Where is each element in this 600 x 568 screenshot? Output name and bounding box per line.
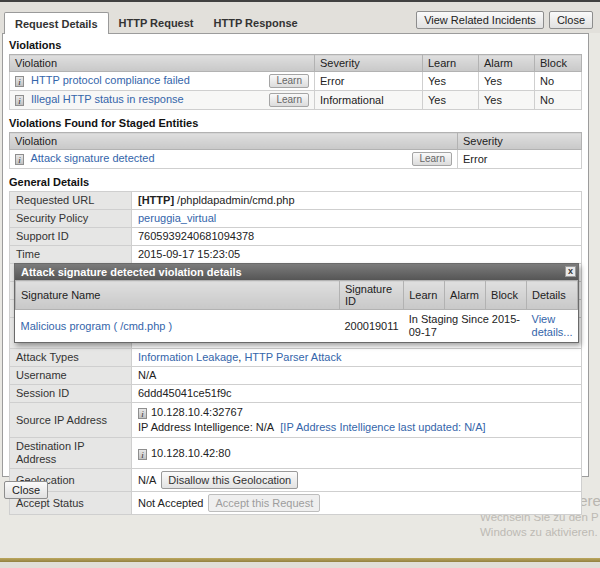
staged-violations-table: Violation Severity Learn i Attack signat… <box>9 132 582 169</box>
username-value: N/A <box>132 367 582 385</box>
col-signature-id: Signature ID <box>339 281 403 310</box>
col-alarm: Alarm <box>445 281 486 310</box>
tab-bar: Request Details HTTP Request HTTP Respon… <box>0 2 600 33</box>
header-close-button[interactable]: Close <box>549 11 593 29</box>
alarm-value: Yes <box>479 72 535 91</box>
info-icon[interactable]: i <box>15 95 24 106</box>
row-label: Security Policy <box>10 210 132 228</box>
table-row: Learn i Attack signature detected Error <box>10 150 582 169</box>
http-method: [HTTP] <box>138 194 174 206</box>
info-icon[interactable]: i <box>138 408 147 419</box>
source-ip-value: 10.128.10.4:32767 <box>151 406 243 418</box>
row-label: Destination IP Address <box>10 438 132 469</box>
popup-title: Attack signature detected violation deta… <box>21 266 242 278</box>
view-details-link[interactable]: View details... <box>532 313 573 338</box>
signature-id-value: 200019011 <box>339 310 403 343</box>
accept-request-button[interactable]: Accept this Request <box>208 494 320 512</box>
col-violation: Violation <box>10 133 458 150</box>
table-row: Geolocation N/ADisallow this Geolocation <box>10 469 582 492</box>
violation-link[interactable]: Attack signature detected <box>30 152 154 164</box>
accept-status-value: Not Accepted <box>138 497 203 509</box>
info-icon[interactable]: i <box>15 154 24 165</box>
learn-button[interactable]: Learn <box>269 93 309 107</box>
learn-value: Yes <box>423 72 479 91</box>
col-learn: Learn <box>404 281 445 310</box>
row-label: Source IP Address <box>10 403 132 438</box>
requested-url-value: /phpldapadmin/cmd.php <box>177 194 294 206</box>
learn-value: Yes <box>423 91 479 110</box>
severity-value: Error <box>315 72 423 91</box>
table-row: Destination IP Address i10.128.10.42:80 <box>10 438 582 469</box>
severity-value: Informational <box>315 91 423 110</box>
watermark-line: Windows zu aktivieren. <box>480 525 600 540</box>
table-row: Learn i Illegal HTTP status in response … <box>10 91 582 110</box>
staging-status-value: In Staging Since 2015-09-17 <box>404 310 527 343</box>
support-id-value: 7605939240681094378 <box>132 228 582 246</box>
geolocation-value: N/A <box>138 474 156 486</box>
info-icon[interactable]: i <box>15 76 24 87</box>
table-row: Time 2015-09-17 15:23:05 <box>10 246 582 264</box>
popup-signature-table: Signature Name Signature ID Learn Alarm … <box>15 280 578 342</box>
destination-ip-value: 10.128.10.42:80 <box>151 447 231 459</box>
col-violation: Violation <box>10 55 315 72</box>
footer-close-button[interactable]: Close <box>4 481 48 499</box>
learn-button[interactable]: Learn <box>412 152 452 166</box>
col-block: Block <box>535 55 582 72</box>
tab-http-request[interactable]: HTTP Request <box>109 12 204 33</box>
attack-signature-popup: Attack signature detected violation deta… <box>14 263 579 343</box>
session-id-value: 6ddd45041ce51f9c <box>132 385 582 403</box>
ip-intelligence-text: IP Address Intelligence: N/A <box>138 421 274 433</box>
col-learn: Learn <box>423 55 479 72</box>
ip-intelligence-link[interactable]: [IP Address Intelligence last updated: N… <box>280 421 485 433</box>
popup-title-bar: Attack signature detected violation deta… <box>15 264 578 280</box>
table-row: Security Policy peruggia_virtual <box>10 210 582 228</box>
general-details-section-title: General Details <box>9 176 582 188</box>
table-row: Username N/A <box>10 367 582 385</box>
table-row: Accept Status Not AcceptedAccept this Re… <box>10 492 582 515</box>
general-details-table: Requested URL [HTTP] /phpldapadmin/cmd.p… <box>9 191 582 515</box>
attack-type-link[interactable]: HTTP Parser Attack <box>244 351 341 363</box>
block-value: No <box>535 72 582 91</box>
row-label: Attack Types <box>10 349 132 367</box>
request-details-panel: Violations Violation Severity Learn Alar… <box>2 33 589 477</box>
col-block: Block <box>486 281 527 310</box>
violation-link[interactable]: HTTP protocol compliance failed <box>31 74 190 86</box>
info-icon[interactable]: i <box>138 449 147 460</box>
col-signature-name: Signature Name <box>16 281 340 310</box>
disallow-geolocation-button[interactable]: Disallow this Geolocation <box>161 471 298 489</box>
close-icon[interactable]: x <box>565 266 576 277</box>
violations-table: Violation Severity Learn Alarm Block Lea… <box>9 54 582 110</box>
row-label: Time <box>10 246 132 264</box>
violation-link[interactable]: Illegal HTTP status in response <box>31 93 184 105</box>
tab-http-response[interactable]: HTTP Response <box>204 12 308 33</box>
view-related-incidents-button[interactable]: View Related Incidents <box>416 11 544 29</box>
table-row: Learn i HTTP protocol compliance failed … <box>10 72 582 91</box>
table-row: Requested URL [HTTP] /phpldapadmin/cmd.p… <box>10 192 582 210</box>
alarm-value: Yes <box>479 91 535 110</box>
table-row: Attack Types Information Leakage, HTTP P… <box>10 349 582 367</box>
col-alarm: Alarm <box>479 55 535 72</box>
row-label: Session ID <box>10 385 132 403</box>
security-policy-link[interactable]: peruggia_virtual <box>138 212 216 224</box>
table-row: Session ID 6ddd45041ce51f9c <box>10 385 582 403</box>
row-label: Requested URL <box>10 192 132 210</box>
bottom-strip <box>0 562 600 568</box>
row-label: Support ID <box>10 228 132 246</box>
violations-section-title: Violations <box>9 39 582 51</box>
table-row: Source IP Address i10.128.10.4:32767 IP … <box>10 403 582 438</box>
col-details: Details <box>527 281 578 310</box>
row-label: Username <box>10 367 132 385</box>
severity-value: Error <box>458 150 582 169</box>
attack-type-link[interactable]: Information Leakage <box>138 351 238 363</box>
table-row: Support ID 7605939240681094378 <box>10 228 582 246</box>
block-value: No <box>535 91 582 110</box>
time-value: 2015-09-17 15:23:05 <box>132 246 582 264</box>
col-severity: Severity <box>315 55 423 72</box>
staged-violations-section-title: Violations Found for Staged Entities <box>9 117 582 129</box>
table-row: Malicious program ( /cmd.php ) 200019011… <box>16 310 578 343</box>
col-severity: Severity <box>458 133 582 150</box>
learn-button[interactable]: Learn <box>269 74 309 88</box>
tab-request-details[interactable]: Request Details <box>4 12 109 34</box>
signature-name-link[interactable]: Malicious program ( /cmd.php ) <box>21 320 173 332</box>
